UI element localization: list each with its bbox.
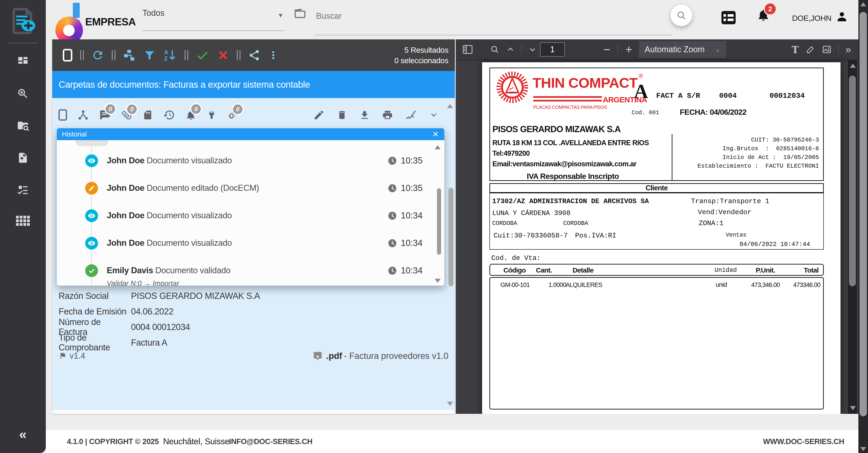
svg-text:A: A [164,49,168,55]
invoice-client-box: 17302/AZ ADMINISTRACION DE ARCHIVOS SA L… [489,193,824,250]
sidebar-item-task-list[interactable] [0,183,46,195]
pdf-zoom-in-icon[interactable]: + [625,43,632,55]
history-icon[interactable] [163,109,175,121]
expand-chevron-icon[interactable] [429,110,439,120]
pdf-next-page-icon[interactable] [529,46,536,53]
history-action: Documento validado [155,266,230,275]
search-button[interactable] [671,5,692,26]
client-name: 17302/AZ ADMINISTRACION DE ARCHIVOS SA [492,198,649,205]
cell-punit: 473,346.00 [751,281,780,289]
invoice-pos-number: 0004 [719,92,737,100]
print-icon[interactable] [382,109,393,121]
share-icon[interactable] [248,49,260,61]
brand-name: EMPRESA [85,16,135,28]
results-toolbar: AZ 5 Resultados 0 seleccionados [52,39,455,71]
app-scroll-up-icon[interactable] [860,2,866,6]
sign-signature-icon[interactable] [405,109,417,121]
invoice-table-body: GM-00-101 1.0000 ALQUILERES unid 473,346… [489,277,824,410]
download-icon[interactable] [359,109,370,121]
document-card-selected[interactable]: 0 0 0 [52,98,455,410]
invoice-table-header: Código Cant. Detalle Unidad P.Unit. Tota… [489,264,824,276]
history-partial-entry: Validar N:0 → Importar [107,279,179,285]
comments-icon[interactable]: 0 [99,109,111,121]
history-popup: Historial ✕ John Doe Documento visualiza… [57,128,444,285]
delete-trash-icon[interactable] [337,109,347,121]
popup-scroll-down-icon[interactable] [435,279,441,283]
select-all-checkbox[interactable] [63,49,72,62]
folder-breadcrumb-bar[interactable]: Carpetas de documentos: Facturas a expor… [52,71,455,98]
pdf-text-tool[interactable]: T [792,43,799,56]
user-name[interactable]: DOE,JOHN [776,14,831,23]
panel-scroll-up-icon[interactable] [447,104,453,108]
history-time: 10:34 [401,211,423,220]
clock-icon [388,211,397,220]
folder-open-icon[interactable] [293,7,306,20]
cell-cant: 1.0000 [549,281,566,289]
scope-select[interactable]: Todos [143,8,164,18]
app-scrollbar[interactable] [858,0,868,453]
app-logo-new-document-icon[interactable] [0,6,46,36]
history-popup-close-icon[interactable]: ✕ [432,130,439,139]
reject-x-icon[interactable] [217,49,229,61]
sidebar: « [0,0,46,453]
refresh-icon[interactable] [91,49,104,62]
footer-version-copyright: 4.1.0 | COPYRIGHT © 2025 [67,430,159,453]
filter-icon[interactable] [144,49,156,62]
selected-count: 0 seleccionados [394,55,448,66]
document-card[interactable]: 1 0 0 [52,410,455,414]
client-cuit: Cuit:30-70336058-7 [494,232,568,240]
user-avatar-icon[interactable] [835,10,848,23]
doc-notifications-icon[interactable]: 0 [185,109,196,121]
pdf-prev-page-icon[interactable] [506,46,515,53]
pdf-scrollbar-thumb[interactable] [849,76,856,286]
scope-select-caret-icon[interactable]: ▼ [278,12,283,19]
pdf-scrollbar[interactable] [848,60,857,414]
cell-detalle: ALQUILERES [566,281,602,289]
notification-count-badge[interactable]: 2 [764,2,777,16]
footer-website[interactable]: WWW.DOC-SERIES.CH [763,430,844,453]
client-ventas: Ventas [726,232,746,238]
sidebar-collapse-button[interactable]: « [0,426,46,442]
sidebar-item-add-document[interactable] [0,152,46,164]
pdf-sidebar-toggle-icon[interactable] [463,45,473,54]
pdf-find-icon[interactable] [490,45,499,54]
sort-az-icon[interactable]: AZ [163,49,177,62]
approve-check-icon[interactable] [196,49,209,62]
doc-select-checkbox[interactable] [58,109,67,121]
invoice-seller-name: PISOS GERARDO MIZAWAK S.A [492,124,621,134]
popup-scrollbar-thumb[interactable] [437,188,441,255]
storage-card-icon[interactable] [143,109,153,121]
footer-email[interactable]: INFO@DOC-SERIES.CH [229,430,312,453]
invoice-brand-tagline: PLACAS COMPACTAS PARA PISOS [533,104,607,110]
pdf-draw-tool-icon[interactable] [806,45,815,54]
attachments-icon[interactable]: 0 [121,109,132,121]
more-options-icon[interactable] [268,49,278,62]
file-desc[interactable]: Factura proveedores v1.0 [349,351,448,361]
pdf-more-tools[interactable]: » [845,44,850,55]
sidebar-item-dashboard[interactable] [0,55,46,67]
invoice-seller-address: RUTA 18 KM 13 COL .AVELLANEDA ENTRE RIOS [492,139,649,147]
pdf-page-number-input[interactable] [540,42,565,57]
invoice-establecimiento: Establecimiento : FACTU ELECTRONI [698,162,819,170]
app-scrollbar-thumb[interactable] [860,12,867,416]
popup-scroll-up-icon[interactable] [435,145,441,149]
connector-plug-icon[interactable] [207,109,217,121]
search-input[interactable] [316,11,664,21]
sidebar-item-zoom-search[interactable] [0,88,46,100]
tree-view-icon[interactable] [123,49,136,62]
sidebar-item-folder-search[interactable] [0,120,46,132]
links-icon[interactable]: 0 [227,109,238,121]
workflow-icon[interactable] [78,109,89,121]
pdf-zoom-select[interactable]: Automatic Zoom ⌄ [639,41,726,58]
panel-scrollbar-thumb[interactable] [448,188,454,286]
pdf-zoom-out-icon[interactable]: − [603,43,610,55]
edit-pencil-icon[interactable] [313,109,325,121]
svg-text:Z: Z [164,56,168,62]
sidebar-item-apps-grid[interactable] [0,215,46,226]
queue-view-button[interactable] [721,11,736,24]
pdf-scroll-up-icon[interactable] [850,64,856,68]
panel-scroll-down-icon[interactable] [447,402,453,406]
pdf-scroll-down-icon[interactable] [850,406,856,410]
app-scroll-down-icon[interactable] [860,447,866,451]
pdf-image-tool-icon[interactable] [822,45,831,54]
